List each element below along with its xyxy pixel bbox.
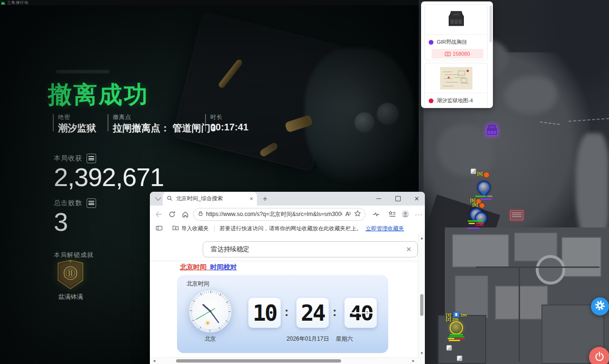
- stat-loot-label: 本局收获: [54, 154, 82, 163]
- bullet-prop: [259, 142, 279, 158]
- loot-detail-icon[interactable]: [87, 154, 96, 163]
- tab-close-icon[interactable]: ×: [249, 195, 253, 202]
- stat-kills-value: 3: [54, 209, 68, 235]
- vertical-scroll-thumb[interactable]: [420, 294, 423, 316]
- tab-search-icon: [167, 195, 173, 203]
- bullet-prop: [285, 115, 313, 133]
- loot-crate-marker: [446, 345, 452, 351]
- beijing-time-link[interactable]: 北京时间: [180, 263, 206, 271]
- minimize-icon: [376, 198, 381, 199]
- active-tab[interactable]: 北京时间_综合搜索 ×: [163, 192, 257, 206]
- map-building: [495, 285, 548, 320]
- damage-bar: [455, 338, 465, 339]
- item-price-badge: 158080: [432, 49, 483, 59]
- info-extraction-point: 撤离点 拉闸撤离点： 管道闸门3: [108, 114, 216, 131]
- minimize-button[interactable]: [371, 192, 387, 206]
- rarity-dot-purple: [429, 40, 433, 45]
- item-card-chest-rig[interactable]: GIR野战胸挂 158080: [424, 4, 488, 60]
- game-titlebar[interactable]: 三角洲行动: [0, 0, 419, 5]
- settings-fab-button[interactable]: [591, 297, 609, 315]
- close-icon: ×: [414, 195, 419, 203]
- result-links: 北京时间_时间校对: [180, 263, 237, 272]
- enemy-dot-marker: [483, 172, 490, 178]
- tab-strip: 北京时间_综合搜索 × + ×: [150, 192, 425, 206]
- manage-favorites-link[interactable]: 立即管理收藏夹: [366, 225, 404, 232]
- avatar-icon: [401, 210, 410, 218]
- horizontal-scrollbar[interactable]: ◄ ►: [150, 357, 425, 364]
- gear-icon: [594, 300, 606, 313]
- currency-icon: [445, 52, 451, 56]
- flip-seam: [347, 312, 374, 314]
- home-button[interactable]: [178, 207, 192, 221]
- favorites-sidebar-icon[interactable]: [156, 225, 163, 233]
- clear-search-icon[interactable]: ✕: [406, 246, 412, 253]
- scroll-right-arrow[interactable]: ►: [412, 359, 415, 363]
- favorite-star-icon[interactable]: [354, 210, 361, 219]
- import-favorites-icon: [172, 225, 179, 232]
- favorites-hint-text: 若要进行快速访问，请将你的网址收藏放在此收藏夹栏上。: [220, 225, 362, 232]
- distance-label: 2m: [461, 313, 467, 317]
- map-helipad: [536, 255, 565, 285]
- new-tab-button[interactable]: +: [258, 192, 272, 206]
- flip-hours: 10: [248, 298, 281, 328]
- analog-clock: [188, 289, 232, 333]
- flip-colon: :: [333, 305, 337, 319]
- url-text[interactable]: https://www.so.com/s?q=北京时间&src=lm&ls=sm…: [206, 210, 342, 218]
- address-bar[interactable]: https://www.so.com/s?q=北京时间&src=lm&ls=sm…: [193, 208, 365, 221]
- map-building: [561, 237, 601, 277]
- search-input[interactable]: 雷达持续稳定 ✕: [203, 241, 418, 257]
- date-label: 2026年01月17日星期六: [253, 335, 386, 343]
- flip-colon: :: [285, 305, 289, 319]
- link-separator: _: [206, 263, 210, 271]
- widget-title: 北京时间: [187, 280, 209, 288]
- favorites-bar: 导入收藏夹 若要进行快速访问，请将你的网址收藏放在此收藏夹栏上。 立即管理收藏夹: [150, 223, 425, 235]
- health-bar: [450, 334, 463, 335]
- horizontal-scroll-thumb[interactable]: [176, 359, 341, 363]
- armor-bar: [487, 196, 492, 197]
- scroll-down-arrow[interactable]: ▼: [418, 351, 425, 355]
- health-bar: [475, 196, 486, 197]
- marker-count-label: [5]: [472, 202, 478, 207]
- armor-bar: [449, 340, 460, 341]
- rarity-dot-crimson: [429, 98, 433, 103]
- favorites-hub-icon: [388, 210, 396, 218]
- item-name: 潮汐监狱地图-4: [437, 97, 473, 104]
- collections-button[interactable]: [385, 207, 399, 221]
- map-pipe: [519, 266, 520, 362]
- map-rock: [504, 76, 557, 114]
- scroll-left-arrow[interactable]: ◄: [152, 359, 156, 363]
- header-divider: [150, 261, 418, 261]
- back-button[interactable]: [152, 207, 165, 221]
- lock-icon: [197, 210, 204, 218]
- maximize-button[interactable]: [390, 192, 406, 206]
- vertical-scrollbar[interactable]: ▲ ▼: [418, 234, 425, 357]
- close-window-button[interactable]: ×: [409, 192, 425, 206]
- armor-bar: [469, 223, 475, 224]
- refresh-button[interactable]: [165, 207, 178, 221]
- power-fab-button[interactable]: [589, 347, 609, 364]
- read-aloud-icon[interactable]: A): [345, 211, 351, 217]
- kills-detail-icon[interactable]: [87, 198, 96, 208]
- import-favorites-label[interactable]: 导入收藏夹: [181, 225, 209, 232]
- player-marker: [450, 321, 463, 334]
- goggle-lens: [354, 112, 374, 132]
- settings-menu-button[interactable]: ···: [412, 207, 425, 221]
- search-input-value[interactable]: 雷达持续稳定: [211, 245, 406, 254]
- city-label: 北京: [196, 335, 225, 343]
- marker-count-label: [5]: [477, 171, 482, 176]
- browser-essentials-button[interactable]: [369, 207, 383, 221]
- time-calibration-link[interactable]: 时间校对: [210, 263, 237, 271]
- loot-crate-marker: [457, 355, 462, 361]
- profile-button[interactable]: [399, 207, 412, 221]
- stat-loot-value: 2,392,671: [54, 164, 164, 190]
- flip-seconds: 40: [344, 298, 377, 328]
- item-card-map[interactable]: 潮汐监狱地图-4: [424, 63, 488, 108]
- chevron-down-icon: [155, 195, 161, 201]
- bullet-prop: [217, 59, 244, 89]
- shield-bar: [480, 198, 492, 200]
- stat-kills: 总击败数: [54, 198, 96, 208]
- flip-minutes: 24: [296, 298, 329, 328]
- home-icon: [181, 210, 189, 218]
- panel-scrollbar[interactable]: [490, 5, 492, 42]
- scroll-up-arrow[interactable]: ▲: [418, 236, 425, 240]
